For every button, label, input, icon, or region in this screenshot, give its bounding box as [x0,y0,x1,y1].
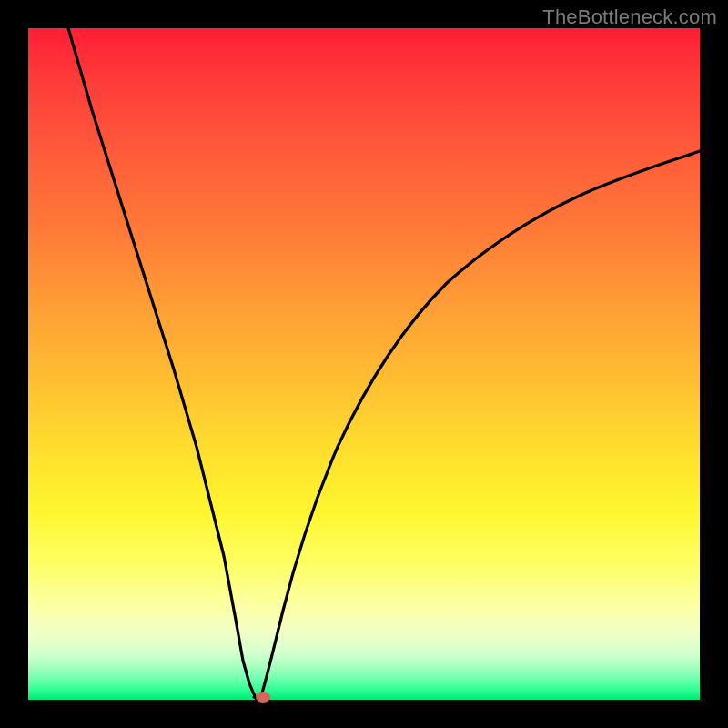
curve-left-branch [68,28,257,700]
chart-frame: TheBottleneck.com [0,0,728,728]
curve-right-branch [260,151,700,699]
minimum-marker [256,692,270,703]
watermark-label: TheBottleneck.com [542,5,717,29]
bottleneck-curve [28,28,700,700]
plot-area [28,28,700,700]
